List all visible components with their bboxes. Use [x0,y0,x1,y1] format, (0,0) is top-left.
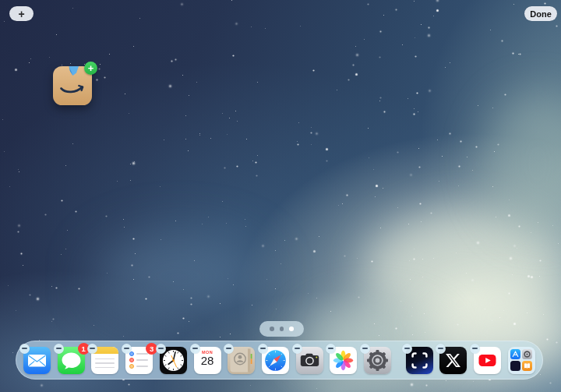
remove-badge-minus-icon[interactable] [54,344,64,354]
calendar-day: 28 [201,355,214,367]
dock-app-messages[interactable]: 1 [58,347,85,374]
dock-app-reminders[interactable]: 3 [125,347,153,374]
dock-app-x[interactable] [439,347,467,374]
dock-app-settings[interactable] [364,347,391,374]
remove-badge-minus-icon[interactable] [402,344,412,354]
remove-badge-minus-icon[interactable] [156,344,166,354]
done-button[interactable]: Done [524,6,557,21]
plus-icon: + [18,9,24,19]
remove-badge-minus-icon[interactable] [436,344,446,354]
dock-app-contacts[interactable] [228,347,255,374]
remove-badge-minus-icon[interactable] [258,344,268,354]
page-dot[interactable] [270,327,274,331]
dock-app-clock[interactable] [160,347,187,374]
add-widget-button[interactable]: + [9,6,34,21]
dock-app-safari[interactable] [262,347,289,374]
remove-badge-minus-icon[interactable] [87,344,97,354]
remove-badge-minus-icon[interactable] [122,344,132,354]
dock-app-mail[interactable] [23,347,51,374]
dock-app-library[interactable] [508,347,535,374]
remove-badge-minus-icon[interactable] [224,344,234,354]
remove-badge-minus-icon[interactable] [190,344,200,354]
app-library-icon [508,347,535,374]
remove-badge-minus-icon[interactable] [19,344,30,354]
page-indicator[interactable] [259,321,304,337]
dock-app-photos[interactable] [330,347,357,374]
remove-badge-minus-icon[interactable] [470,344,480,354]
dock-app-youtube[interactable] [474,347,501,374]
nebula-cloud [94,234,265,320]
page-dot-active[interactable] [289,327,294,331]
page-dot[interactable] [280,327,284,331]
dock: 1 3 [16,341,543,380]
dock-app-calendar[interactable]: MON 28 [194,347,221,374]
dark-mini-icon [510,361,520,371]
settings-mini-icon [522,349,532,359]
dock-app-notes[interactable] [91,347,118,374]
add-to-page-badge: + [84,62,97,75]
dock-app-camera[interactable] [296,347,323,374]
books-mini-icon [522,361,532,371]
remove-badge-minus-icon[interactable] [326,344,336,354]
app-store-mini-icon [510,349,520,359]
remove-badge-minus-icon[interactable] [360,344,370,354]
dock-app-code-scanner[interactable] [406,347,433,374]
remove-badge-minus-icon[interactable] [292,344,302,354]
starfield-bright [0,0,1,1]
done-button-label: Done [530,9,552,19]
ipad-home-screen-edit-mode: + Done + [0,0,561,392]
dragged-app-amazon[interactable]: + [53,66,92,105]
